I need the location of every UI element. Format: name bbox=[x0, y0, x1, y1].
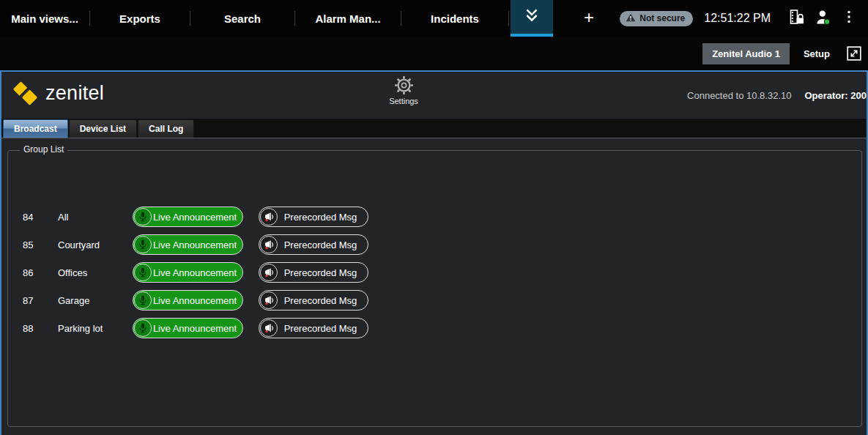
warning-triangle-icon bbox=[626, 13, 636, 24]
clock: 12:51:22 PM bbox=[704, 12, 771, 25]
prerecorded-msg-label: Prerecorded Msg bbox=[278, 212, 367, 223]
group-name: Parking lot bbox=[58, 323, 133, 334]
group-id: 85 bbox=[23, 239, 58, 250]
live-announcement-label: Live Announcement bbox=[152, 239, 242, 250]
group-row: 84 All Live Announcement Prerecorded Msg bbox=[23, 207, 368, 227]
megaphone-icon bbox=[260, 264, 278, 281]
diagonal-resize-icon[interactable] bbox=[847, 46, 861, 61]
group-row: 86 Offices Live Announcement Prerecorded… bbox=[23, 262, 368, 283]
plus-icon: + bbox=[584, 7, 594, 28]
user-profile-icon bbox=[815, 9, 831, 29]
prerecorded-msg-button[interactable]: Prerecorded Msg bbox=[259, 318, 368, 338]
prerecorded-msg-label: Prerecorded Msg bbox=[278, 267, 367, 278]
live-announcement-button[interactable]: Live Announcement bbox=[133, 262, 243, 283]
megaphone-icon bbox=[260, 236, 278, 253]
group-name: Courtyard bbox=[58, 239, 133, 250]
live-announcement-button[interactable]: Live Announcement bbox=[133, 234, 243, 255]
microphone-icon bbox=[134, 236, 152, 253]
brand-name: zenitel bbox=[45, 82, 104, 105]
top-bar: Main views... Exports Search Alarm Man..… bbox=[0, 0, 868, 37]
tab-more-selected[interactable] bbox=[511, 0, 553, 37]
tab-alarm-manager[interactable]: Alarm Man... bbox=[295, 0, 401, 37]
group-id: 88 bbox=[23, 323, 58, 334]
group-name: Offices bbox=[58, 267, 133, 278]
security-badge-label: Not secure bbox=[639, 13, 685, 23]
microphone-icon bbox=[134, 264, 152, 281]
zenitel-logo-icon bbox=[12, 80, 39, 107]
prerecorded-msg-button[interactable]: Prerecorded Msg bbox=[259, 207, 368, 227]
tab-exports[interactable]: Exports bbox=[90, 0, 190, 37]
group-name: Garage bbox=[58, 295, 133, 306]
group-list-title: Group List bbox=[20, 144, 67, 155]
tab-call-log[interactable]: Call Log bbox=[138, 119, 194, 138]
top-bar-right: Not secure 12:51:22 PM bbox=[620, 0, 868, 37]
gear-icon bbox=[394, 75, 414, 95]
double-chevron-down-icon bbox=[524, 8, 540, 26]
prerecorded-msg-label: Prerecorded Msg bbox=[278, 295, 367, 306]
group-name: All bbox=[58, 212, 133, 223]
live-announcement-label: Live Announcement bbox=[152, 212, 242, 223]
tab-separator bbox=[508, 11, 509, 26]
tab-incidents[interactable]: Incidents bbox=[401, 0, 508, 37]
tab-device-list[interactable]: Device List bbox=[69, 119, 137, 138]
zenitel-panel: zenitel bbox=[0, 70, 868, 435]
live-announcement-button[interactable]: Live Announcement bbox=[133, 207, 243, 227]
connection-status: Connected to 10.8.32.10 bbox=[687, 90, 791, 101]
group-list-box: Group List 84 All Live Announcement Prer… bbox=[7, 150, 862, 427]
tab-broadcast[interactable]: Broadcast bbox=[3, 119, 68, 138]
group-row: 87 Garage Live Announcement Prerecorded … bbox=[23, 290, 368, 311]
live-announcement-label: Live Announcement bbox=[152, 323, 242, 334]
zenitel-brand: zenitel bbox=[12, 80, 104, 107]
live-announcement-button[interactable]: Live Announcement bbox=[133, 290, 243, 311]
group-id: 86 bbox=[23, 267, 58, 278]
live-announcement-label: Live Announcement bbox=[152, 295, 242, 306]
group-row: 88 Parking lot Live Announcement Prereco… bbox=[23, 318, 368, 338]
evidence-lock-icon bbox=[787, 8, 805, 29]
megaphone-icon bbox=[260, 291, 278, 309]
group-rows: 84 All Live Announcement Prerecorded Msg… bbox=[23, 207, 368, 338]
group-id: 84 bbox=[23, 212, 58, 223]
group-row: 85 Courtyard Live Announcement Prerecord… bbox=[23, 234, 368, 255]
megaphone-icon bbox=[260, 319, 278, 337]
microphone-icon bbox=[134, 291, 152, 309]
panel-tab-strip: Broadcast Device List Call Log bbox=[1, 119, 867, 138]
overflow-menu-button[interactable] bbox=[836, 5, 862, 31]
live-announcement-button[interactable]: Live Announcement bbox=[133, 318, 243, 338]
prerecorded-msg-button[interactable]: Prerecorded Msg bbox=[259, 290, 368, 311]
group-id: 87 bbox=[23, 295, 58, 306]
microphone-icon bbox=[134, 208, 152, 226]
prerecorded-msg-label: Prerecorded Msg bbox=[278, 323, 367, 334]
live-announcement-label: Live Announcement bbox=[152, 267, 242, 278]
prerecorded-msg-label: Prerecorded Msg bbox=[278, 239, 367, 250]
security-badge[interactable]: Not secure bbox=[620, 11, 693, 26]
microphone-icon bbox=[134, 319, 152, 337]
setup-toggle[interactable]: Setup bbox=[804, 48, 830, 59]
operator-label: Operator: 200 bbox=[804, 90, 867, 101]
overflow-menu-icon bbox=[841, 9, 857, 28]
settings-label: Settings bbox=[389, 97, 418, 105]
user-profile-button[interactable] bbox=[809, 5, 836, 31]
prerecorded-msg-button[interactable]: Prerecorded Msg bbox=[259, 234, 368, 255]
tab-main-views[interactable]: Main views... bbox=[0, 0, 89, 37]
tab-search[interactable]: Search bbox=[190, 0, 294, 37]
view-toolbar: Zenitel Audio 1 Setup bbox=[0, 37, 868, 70]
connection-status-area: Connected to 10.8.32.10 Operator: 200 bbox=[687, 90, 867, 101]
zenitel-audio-view-button[interactable]: Zenitel Audio 1 bbox=[702, 43, 790, 64]
evidence-lock-button[interactable] bbox=[783, 5, 809, 31]
settings-button[interactable]: Settings bbox=[379, 75, 428, 105]
new-tab-button[interactable]: + bbox=[569, 0, 609, 37]
prerecorded-msg-button[interactable]: Prerecorded Msg bbox=[259, 262, 368, 283]
panel-header: zenitel bbox=[1, 72, 867, 119]
megaphone-icon bbox=[260, 208, 278, 226]
broadcast-content: Group List 84 All Live Announcement Prer… bbox=[1, 138, 867, 434]
